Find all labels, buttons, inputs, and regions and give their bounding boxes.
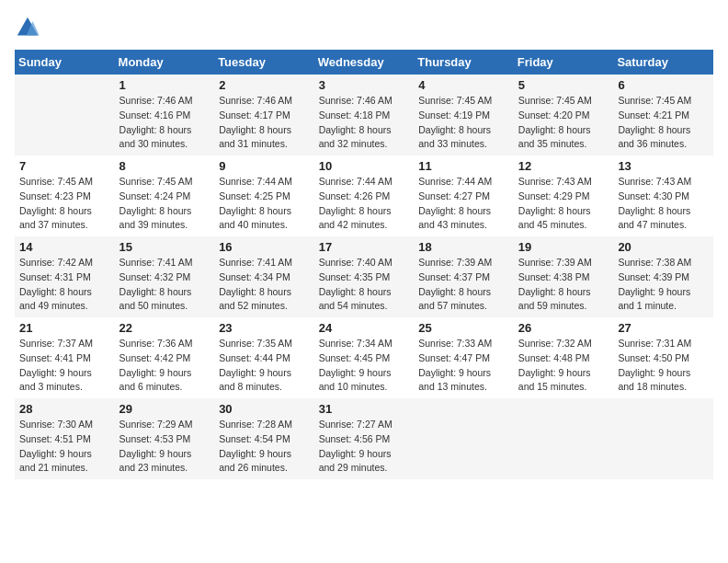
weekday-header: Saturday [613, 50, 713, 75]
calendar-cell: 13 Sunrise: 7:43 AMSunset: 4:30 PMDaylig… [613, 155, 713, 236]
calendar-cell: 22 Sunrise: 7:36 AMSunset: 4:42 PMDaylig… [115, 317, 215, 398]
day-info: Sunrise: 7:44 AMSunset: 4:27 PMDaylight:… [418, 175, 509, 233]
day-number: 13 [618, 159, 709, 173]
day-info: Sunrise: 7:34 AMSunset: 4:45 PMDaylight:… [319, 337, 410, 395]
day-number: 17 [319, 240, 410, 254]
logo [15, 15, 42, 40]
calendar-week-row: 28 Sunrise: 7:30 AMSunset: 4:51 PMDaylig… [15, 398, 713, 479]
calendar-cell: 21 Sunrise: 7:37 AMSunset: 4:41 PMDaylig… [15, 317, 115, 398]
day-info: Sunrise: 7:31 AMSunset: 4:50 PMDaylight:… [618, 337, 709, 395]
day-info: Sunrise: 7:38 AMSunset: 4:39 PMDaylight:… [618, 256, 709, 314]
calendar-cell: 4 Sunrise: 7:45 AMSunset: 4:19 PMDayligh… [414, 75, 514, 155]
header-row: SundayMondayTuesdayWednesdayThursdayFrid… [15, 50, 713, 75]
day-number: 8 [119, 159, 210, 173]
day-info: Sunrise: 7:43 AMSunset: 4:30 PMDaylight:… [618, 175, 709, 233]
calendar-cell: 16 Sunrise: 7:41 AMSunset: 4:34 PMDaylig… [214, 236, 314, 317]
day-number: 21 [19, 321, 110, 335]
weekday-header: Thursday [414, 50, 514, 75]
day-number: 25 [418, 321, 509, 335]
calendar-cell: 20 Sunrise: 7:38 AMSunset: 4:39 PMDaylig… [613, 236, 713, 317]
calendar-cell: 18 Sunrise: 7:39 AMSunset: 4:37 PMDaylig… [414, 236, 514, 317]
day-info: Sunrise: 7:41 AMSunset: 4:32 PMDaylight:… [119, 256, 210, 314]
day-info: Sunrise: 7:42 AMSunset: 4:31 PMDaylight:… [19, 256, 110, 314]
day-number: 2 [219, 78, 310, 92]
weekday-header: Monday [115, 50, 215, 75]
calendar-cell: 30 Sunrise: 7:28 AMSunset: 4:54 PMDaylig… [214, 398, 314, 479]
calendar-cell: 1 Sunrise: 7:46 AMSunset: 4:16 PMDayligh… [115, 75, 215, 155]
day-info: Sunrise: 7:33 AMSunset: 4:47 PMDaylight:… [418, 337, 509, 395]
calendar-cell: 24 Sunrise: 7:34 AMSunset: 4:45 PMDaylig… [314, 317, 415, 398]
calendar-cell [514, 398, 614, 479]
calendar-table: SundayMondayTuesdayWednesdayThursdayFrid… [15, 50, 713, 479]
weekday-header: Sunday [15, 50, 115, 75]
weekday-header: Tuesday [214, 50, 314, 75]
day-number: 16 [219, 240, 310, 254]
calendar-cell [414, 398, 514, 479]
day-info: Sunrise: 7:43 AMSunset: 4:29 PMDaylight:… [518, 175, 609, 233]
day-number: 23 [219, 321, 310, 335]
day-info: Sunrise: 7:46 AMSunset: 4:18 PMDaylight:… [319, 94, 410, 152]
day-number: 30 [219, 402, 310, 416]
calendar-cell: 19 Sunrise: 7:39 AMSunset: 4:38 PMDaylig… [514, 236, 614, 317]
day-info: Sunrise: 7:37 AMSunset: 4:41 PMDaylight:… [19, 337, 110, 395]
calendar-cell: 9 Sunrise: 7:44 AMSunset: 4:25 PMDayligh… [214, 155, 314, 236]
calendar-cell: 29 Sunrise: 7:29 AMSunset: 4:53 PMDaylig… [115, 398, 215, 479]
day-number: 28 [19, 402, 110, 416]
day-number: 12 [518, 159, 609, 173]
day-info: Sunrise: 7:35 AMSunset: 4:44 PMDaylight:… [219, 337, 310, 395]
day-info: Sunrise: 7:45 AMSunset: 4:24 PMDaylight:… [119, 175, 210, 233]
day-number: 7 [19, 159, 110, 173]
day-number: 5 [518, 78, 609, 92]
calendar-cell: 5 Sunrise: 7:45 AMSunset: 4:20 PMDayligh… [514, 75, 614, 155]
calendar-cell: 14 Sunrise: 7:42 AMSunset: 4:31 PMDaylig… [15, 236, 115, 317]
calendar-week-row: 14 Sunrise: 7:42 AMSunset: 4:31 PMDaylig… [15, 236, 713, 317]
calendar-cell: 12 Sunrise: 7:43 AMSunset: 4:29 PMDaylig… [514, 155, 614, 236]
day-info: Sunrise: 7:45 AMSunset: 4:19 PMDaylight:… [418, 94, 509, 152]
calendar-cell: 11 Sunrise: 7:44 AMSunset: 4:27 PMDaylig… [414, 155, 514, 236]
day-info: Sunrise: 7:36 AMSunset: 4:42 PMDaylight:… [119, 337, 210, 395]
day-number: 29 [119, 402, 210, 416]
day-number: 11 [418, 159, 509, 173]
day-number: 24 [319, 321, 410, 335]
day-number: 26 [518, 321, 609, 335]
calendar-cell: 17 Sunrise: 7:40 AMSunset: 4:35 PMDaylig… [314, 236, 415, 317]
calendar-cell: 8 Sunrise: 7:45 AMSunset: 4:24 PMDayligh… [115, 155, 215, 236]
day-number: 27 [618, 321, 709, 335]
day-number: 4 [418, 78, 509, 92]
calendar-cell [15, 75, 115, 155]
day-info: Sunrise: 7:32 AMSunset: 4:48 PMDaylight:… [518, 337, 609, 395]
calendar-week-row: 21 Sunrise: 7:37 AMSunset: 4:41 PMDaylig… [15, 317, 713, 398]
day-info: Sunrise: 7:40 AMSunset: 4:35 PMDaylight:… [319, 256, 410, 314]
day-info: Sunrise: 7:45 AMSunset: 4:21 PMDaylight:… [618, 94, 709, 152]
calendar-cell: 10 Sunrise: 7:44 AMSunset: 4:26 PMDaylig… [314, 155, 415, 236]
calendar-cell: 26 Sunrise: 7:32 AMSunset: 4:48 PMDaylig… [514, 317, 614, 398]
day-info: Sunrise: 7:29 AMSunset: 4:53 PMDaylight:… [119, 418, 210, 476]
day-number: 18 [418, 240, 509, 254]
day-number: 3 [319, 78, 410, 92]
day-number: 15 [119, 240, 210, 254]
day-info: Sunrise: 7:30 AMSunset: 4:51 PMDaylight:… [19, 418, 110, 476]
page-header [15, 15, 713, 40]
day-number: 31 [319, 402, 410, 416]
calendar-cell: 15 Sunrise: 7:41 AMSunset: 4:32 PMDaylig… [115, 236, 215, 317]
calendar-cell: 6 Sunrise: 7:45 AMSunset: 4:21 PMDayligh… [613, 75, 713, 155]
calendar-cell: 28 Sunrise: 7:30 AMSunset: 4:51 PMDaylig… [15, 398, 115, 479]
calendar-cell [613, 398, 713, 479]
day-number: 1 [119, 78, 210, 92]
weekday-header: Friday [514, 50, 614, 75]
day-number: 14 [19, 240, 110, 254]
day-info: Sunrise: 7:28 AMSunset: 4:54 PMDaylight:… [219, 418, 310, 476]
day-info: Sunrise: 7:41 AMSunset: 4:34 PMDaylight:… [219, 256, 310, 314]
day-number: 19 [518, 240, 609, 254]
calendar-week-row: 7 Sunrise: 7:45 AMSunset: 4:23 PMDayligh… [15, 155, 713, 236]
day-number: 6 [618, 78, 709, 92]
day-number: 10 [319, 159, 410, 173]
calendar-cell: 31 Sunrise: 7:27 AMSunset: 4:56 PMDaylig… [314, 398, 415, 479]
calendar-cell: 3 Sunrise: 7:46 AMSunset: 4:18 PMDayligh… [314, 75, 415, 155]
day-number: 9 [219, 159, 310, 173]
day-info: Sunrise: 7:39 AMSunset: 4:37 PMDaylight:… [418, 256, 509, 314]
logo-icon [15, 15, 40, 40]
calendar-cell: 23 Sunrise: 7:35 AMSunset: 4:44 PMDaylig… [214, 317, 314, 398]
day-number: 20 [618, 240, 709, 254]
day-info: Sunrise: 7:46 AMSunset: 4:16 PMDaylight:… [119, 94, 210, 152]
